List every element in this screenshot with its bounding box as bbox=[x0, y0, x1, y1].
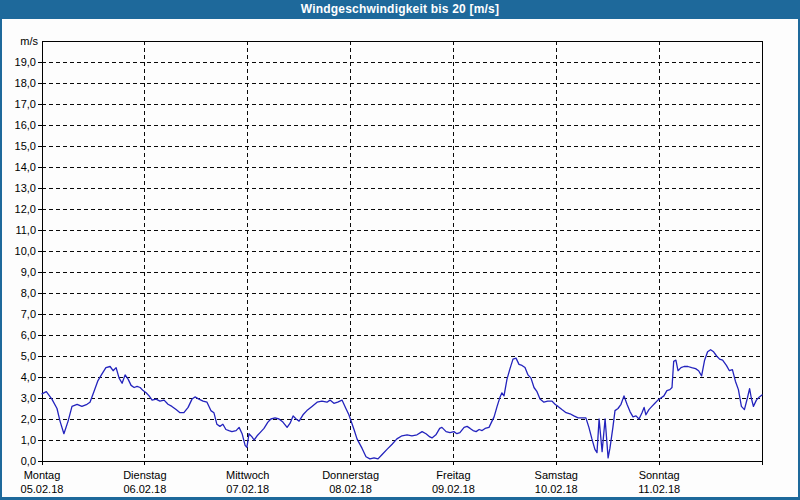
x-day-label: Samstag bbox=[535, 469, 578, 481]
y-tick-label: 12,0 bbox=[15, 203, 36, 215]
x-day-label: Donnerstag bbox=[322, 469, 379, 481]
wind-speed-series bbox=[42, 350, 762, 459]
y-tick-label: 18,0 bbox=[15, 77, 36, 89]
y-tick-label: 2,0 bbox=[21, 413, 36, 425]
y-tick-label: 1,0 bbox=[21, 434, 36, 446]
y-tick-label: 19,0 bbox=[15, 56, 36, 68]
chart-canvas: m/s19,018,017,016,015,014,013,012,011,01… bbox=[2, 0, 798, 497]
x-day-label: Mittwoch bbox=[226, 469, 269, 481]
x-date-label: 09.02.18 bbox=[432, 483, 475, 495]
x-day-label: Freitag bbox=[436, 469, 470, 481]
x-date-label: 07.02.18 bbox=[226, 483, 269, 495]
x-date-label: 11.02.18 bbox=[638, 483, 680, 495]
x-date-label: 05.02.18 bbox=[21, 483, 64, 495]
y-tick-label: 0,0 bbox=[21, 455, 36, 467]
y-tick-label: 17,0 bbox=[15, 98, 36, 110]
wind-speed-chart-window: Windgeschwindigkeit bis 20 [m/s] m/s19,0… bbox=[0, 0, 800, 500]
wind-speed-line bbox=[42, 350, 762, 459]
x-day-label: Dienstag bbox=[123, 469, 166, 481]
y-tick-label: 4,0 bbox=[21, 371, 36, 383]
y-tick-label: 11,0 bbox=[15, 224, 36, 236]
y-tick-label: 14,0 bbox=[15, 161, 36, 173]
y-axis-unit-label: m/s bbox=[20, 35, 38, 47]
x-date-label: 06.02.18 bbox=[123, 483, 166, 495]
y-tick-label: 6,0 bbox=[21, 329, 36, 341]
y-tick-label: 9,0 bbox=[21, 266, 36, 278]
y-tick-label: 13,0 bbox=[15, 182, 36, 194]
x-day-label: Montag bbox=[24, 469, 61, 481]
y-tick-label: 7,0 bbox=[21, 308, 36, 320]
y-tick-label: 3,0 bbox=[21, 392, 36, 404]
y-tick-label: 15,0 bbox=[15, 140, 36, 152]
y-tick-label: 5,0 bbox=[21, 350, 36, 362]
y-tick-label: 16,0 bbox=[15, 119, 36, 131]
x-date-label: 08.02.18 bbox=[329, 483, 372, 495]
y-axis-labels: m/s19,018,017,016,015,014,013,012,011,01… bbox=[15, 35, 39, 467]
x-day-label: Sonntag bbox=[639, 469, 680, 481]
y-tick-label: 10,0 bbox=[15, 245, 36, 257]
x-axis-labels: Montag05.02.18Dienstag06.02.18Mittwoch07… bbox=[21, 469, 681, 495]
x-date-label: 10.02.18 bbox=[535, 483, 578, 495]
y-tick-label: 8,0 bbox=[21, 287, 36, 299]
